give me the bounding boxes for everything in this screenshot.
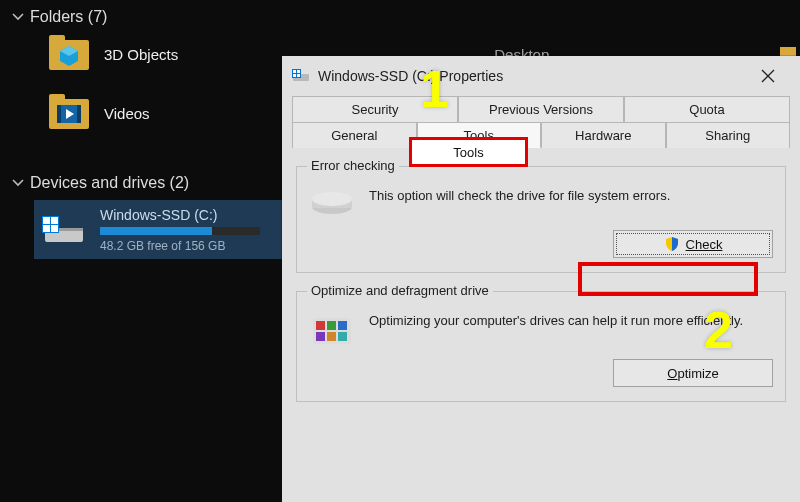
svg-rect-31 bbox=[316, 332, 325, 341]
defrag-icon bbox=[309, 312, 355, 351]
check-button-label: Check bbox=[686, 237, 723, 252]
optimize-button-label: ptimize bbox=[677, 366, 718, 381]
svg-rect-15 bbox=[51, 217, 58, 224]
group-legend: Optimize and defragment drive bbox=[307, 283, 493, 298]
drive-free-space: 48.2 GB free of 156 GB bbox=[100, 239, 260, 253]
tab-strip: Security Previous Versions Quota General… bbox=[282, 96, 800, 148]
chevron-down-icon bbox=[12, 11, 24, 23]
drive-usage-bar bbox=[100, 227, 260, 235]
folder-icon bbox=[48, 93, 90, 134]
drive-item-c[interactable]: Windows-SSD (C:) 48.2 GB free of 156 GB bbox=[34, 200, 286, 259]
drive-flat-icon bbox=[309, 187, 355, 222]
drive-icon bbox=[42, 206, 86, 253]
tab-hardware[interactable]: Hardware bbox=[541, 122, 666, 148]
devices-section-title: Devices and drives (2) bbox=[30, 174, 189, 192]
group-text: This option will check the drive for fil… bbox=[369, 187, 773, 205]
svg-rect-21 bbox=[297, 70, 300, 73]
folder-icon bbox=[48, 34, 90, 75]
folder-label: Videos bbox=[104, 105, 150, 122]
group-optimize: Optimize and defragment drive Optimizing… bbox=[296, 291, 786, 402]
optimize-button[interactable]: Optimize bbox=[613, 359, 773, 387]
tab-quota[interactable]: Quota bbox=[624, 96, 790, 122]
close-icon bbox=[761, 69, 775, 83]
group-text: Optimizing your computer's drives can he… bbox=[369, 312, 773, 330]
drive-name: Windows-SSD (C:) bbox=[100, 207, 260, 223]
svg-rect-1 bbox=[49, 35, 65, 43]
drive-icon bbox=[292, 66, 310, 87]
svg-rect-16 bbox=[43, 225, 50, 232]
folder-item-videos[interactable]: Videos bbox=[48, 93, 178, 134]
shield-icon bbox=[664, 236, 680, 252]
folders-section-header[interactable]: Folders (7) bbox=[12, 8, 790, 26]
group-legend: Error checking bbox=[307, 158, 399, 173]
svg-rect-20 bbox=[293, 70, 296, 73]
svg-rect-33 bbox=[338, 332, 347, 341]
folder-item-3d-objects[interactable]: 3D Objects bbox=[48, 34, 178, 75]
svg-rect-7 bbox=[57, 105, 61, 123]
chevron-down-icon bbox=[12, 177, 24, 189]
tab-security[interactable]: Security bbox=[292, 96, 458, 122]
svg-rect-32 bbox=[327, 332, 336, 341]
properties-dialog: Windows-SSD (C:) Properties Security Pre… bbox=[282, 56, 800, 502]
tab-general[interactable]: General bbox=[292, 122, 417, 148]
folder-label: 3D Objects bbox=[104, 46, 178, 63]
dialog-title: Windows-SSD (C:) Properties bbox=[318, 68, 503, 84]
svg-point-26 bbox=[312, 192, 352, 206]
svg-rect-5 bbox=[49, 94, 65, 102]
close-button[interactable] bbox=[746, 61, 790, 91]
svg-rect-17 bbox=[51, 225, 58, 232]
dialog-titlebar[interactable]: Windows-SSD (C:) Properties bbox=[282, 56, 800, 96]
tab-tools[interactable]: Tools bbox=[417, 122, 542, 148]
tab-previous-versions[interactable]: Previous Versions bbox=[458, 96, 624, 122]
check-button[interactable]: Check bbox=[613, 230, 773, 258]
svg-rect-8 bbox=[77, 105, 81, 123]
group-error-checking: Error checking This option will check th… bbox=[296, 166, 786, 273]
folders-section-title: Folders (7) bbox=[30, 8, 107, 26]
svg-rect-23 bbox=[297, 74, 300, 77]
svg-rect-30 bbox=[338, 321, 347, 330]
svg-rect-14 bbox=[43, 217, 50, 224]
svg-rect-22 bbox=[293, 74, 296, 77]
svg-rect-28 bbox=[316, 321, 325, 330]
svg-rect-29 bbox=[327, 321, 336, 330]
tab-sharing[interactable]: Sharing bbox=[666, 122, 791, 148]
